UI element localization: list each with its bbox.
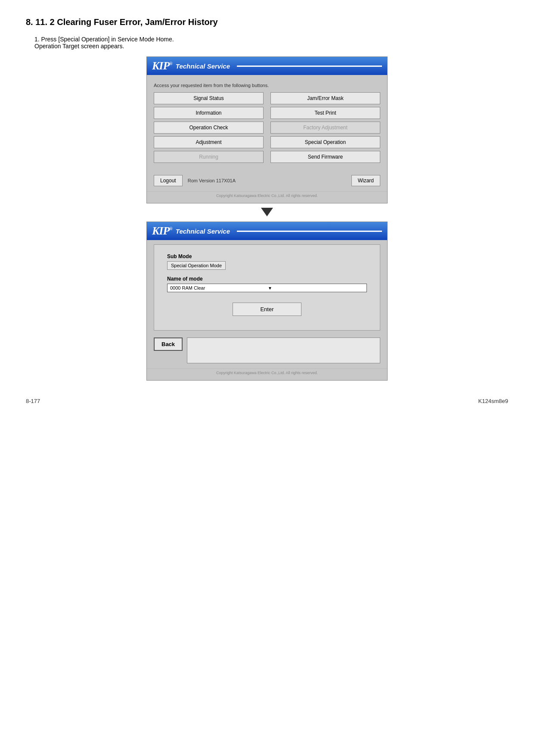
screen2-copyright: Copyright Katsuragawa Electric Co.,Ltd. … xyxy=(147,369,387,377)
access-text: Access your requested item from the foll… xyxy=(154,83,380,88)
arrow-indicator xyxy=(26,208,508,216)
btn-operation-check[interactable]: Operation Check xyxy=(154,122,264,134)
namemode-select[interactable]: 0000 RAM Clear ▼ xyxy=(167,284,367,292)
btn-send-firmware[interactable]: Send Firmware xyxy=(270,151,380,163)
screen2: KIP® Technical Service Sub Mode Special … xyxy=(146,222,388,381)
rom-version: Rom Version 117X01A xyxy=(188,178,346,183)
header-line-2 xyxy=(237,231,382,232)
screen1-header: KIP® Technical Service xyxy=(147,57,387,75)
screen1-copyright: Copyright Katsuragawa Electric Co.,Ltd. … xyxy=(147,191,387,200)
screen1-footer: Logout Rom Version 117X01A Wizard xyxy=(147,172,387,189)
btn-signal-status[interactable]: Signal Status xyxy=(154,92,264,104)
dropdown-arrow-icon: ▼ xyxy=(268,286,364,291)
screen2-header: KIP® Technical Service xyxy=(147,222,387,240)
wizard-button[interactable]: Wizard xyxy=(351,175,380,186)
page-footer: 8-177 K124sm8e9 xyxy=(26,398,508,404)
btn-adjustment[interactable]: Adjustment xyxy=(154,136,264,148)
kip-logo-2: KIP® xyxy=(152,225,172,237)
kip-logo: KIP® xyxy=(152,59,172,72)
screen2-service-label: Technical Service xyxy=(176,228,230,235)
submode-area: Sub Mode Special Operation Mode Name of … xyxy=(154,244,380,331)
submode-label: Sub Mode xyxy=(167,253,367,259)
btn-jam-error-mask[interactable]: Jam/Error Mask xyxy=(270,92,380,104)
btn-factory-adjustment: Factory Adjustment xyxy=(270,122,380,134)
btn-running: Running xyxy=(154,151,264,163)
step1-line2: Operation Target screen appears. xyxy=(34,43,508,50)
namemode-label: Name of mode xyxy=(167,276,367,282)
namemode-value: 0000 RAM Clear xyxy=(170,285,266,291)
step1-line1: 1. Press [Special Operation] in Service … xyxy=(34,36,508,43)
text-area xyxy=(187,337,380,363)
section-title: 8. 11. 2 Clearing Fuser Error, Jam/Error… xyxy=(26,17,508,27)
page-number: 8-177 xyxy=(26,398,40,404)
btn-information[interactable]: Information xyxy=(154,107,264,119)
header-line xyxy=(237,66,382,67)
submode-value: Special Operation Mode xyxy=(167,261,226,270)
back-button[interactable]: Back xyxy=(154,337,183,351)
step1-text: 1. Press [Special Operation] in Service … xyxy=(34,36,508,50)
screen1-body: Access your requested item from the foll… xyxy=(147,79,387,171)
screen1: KIP® Technical Service Access your reque… xyxy=(146,56,388,203)
logout-button[interactable]: Logout xyxy=(154,175,183,186)
btn-test-print[interactable]: Test Print xyxy=(270,107,380,119)
arrow-down-icon xyxy=(261,208,273,216)
screen1-service-label: Technical Service xyxy=(176,62,230,70)
doc-id: K124sm8e9 xyxy=(478,398,508,404)
screen2-footer: Back xyxy=(147,335,387,366)
btn-special-operation[interactable]: Special Operation xyxy=(270,136,380,148)
enter-button[interactable]: Enter xyxy=(233,303,301,316)
button-grid: Signal Status Jam/Error Mask Information… xyxy=(154,92,380,163)
